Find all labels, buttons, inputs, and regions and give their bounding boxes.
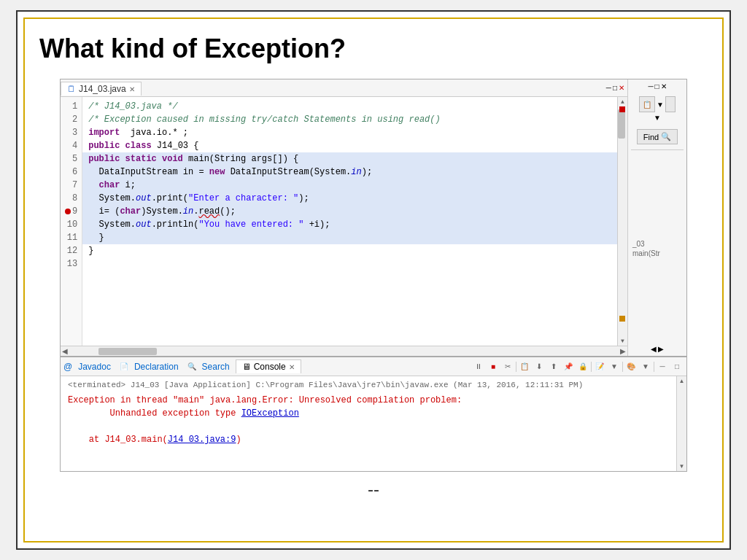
code-line: i= (char)System.in.read();: [82, 205, 617, 218]
editor-main: 🗒 J14_03.java ✕ ─ □ ✕ 1: [61, 79, 628, 356]
code-line: }: [82, 231, 617, 244]
code-line: char i;: [82, 179, 617, 192]
console-toolbar-sep4: [654, 362, 654, 372]
right-close-icon[interactable]: ✕: [661, 82, 667, 90]
code-line: DataInputStream in = new DataInputStream…: [82, 166, 617, 179]
toolbar-row-1: 📋 ▼: [639, 96, 676, 112]
declaration-tab-link[interactable]: Declaration: [134, 362, 179, 372]
stacktrace-link[interactable]: J14 03.java:9: [168, 435, 236, 445]
slide-container: What kind of Exception? 🗒 J14_03.java ✕ …: [16, 10, 731, 550]
editor-horizontal-scrollbar[interactable]: ◀ ▶: [61, 346, 627, 356]
console-btn-9[interactable]: 📝: [593, 360, 606, 373]
ioexception-link[interactable]: IOException: [241, 408, 299, 419]
console-toolbar-sep: [516, 362, 516, 372]
console-btn-11[interactable]: 🎨: [624, 360, 638, 373]
toolbar-btn-1[interactable]: 📋: [639, 96, 655, 112]
right-maximize-icon[interactable]: □: [655, 82, 659, 90]
code-line: [82, 257, 617, 271]
javadoc-tab-link[interactable]: Javadoc: [78, 362, 111, 372]
line-numbers: 1 2 3 4 5 6 7 8 9 10 11 12 13: [61, 97, 82, 346]
console-scroll-down[interactable]: ▼: [678, 462, 686, 471]
outline-right-arrow[interactable]: ▶: [658, 345, 664, 353]
code-area: 1 2 3 4 5 6 7 8 9 10 11 12 13: [61, 97, 627, 346]
scroll-thumb[interactable]: [618, 109, 625, 139]
console-btn-1[interactable]: ⏸: [472, 360, 485, 373]
console-minimize-icon[interactable]: ─: [656, 360, 669, 373]
right-panel-window-controls: ─ □ ✕: [648, 82, 666, 90]
console-error-line3: [68, 420, 669, 433]
console-tab-active[interactable]: 🖥 Console ✕: [236, 359, 301, 373]
right-minimize-icon[interactable]: ─: [648, 82, 653, 90]
code-line: /* Exception caused in missing try/catch…: [82, 113, 617, 126]
tab-close-button[interactable]: ✕: [129, 85, 135, 93]
outline-scroll-controls: ◀ ▶: [651, 345, 664, 353]
console-row: <terminated> J14_03 [Java Application] C…: [61, 376, 686, 471]
console-btn-3[interactable]: ✂: [501, 360, 514, 373]
javadoc-tab[interactable]: @: [63, 362, 72, 372]
console-tab-label: Console: [254, 362, 286, 372]
code-content[interactable]: /* J14_03.java */ /* Exception caused in…: [82, 97, 617, 346]
console-scroll-up[interactable]: ▲: [678, 376, 686, 386]
outline-item-1: _03: [631, 239, 684, 249]
scroll-left-arrow[interactable]: ◀: [61, 347, 69, 355]
java-file-icon: 🗒: [67, 84, 76, 94]
console-btn-5[interactable]: ⬇: [533, 360, 546, 373]
code-line: public class J14_03 {: [82, 139, 617, 152]
console-btn-7[interactable]: 📌: [562, 360, 575, 373]
editor-vertical-scrollbar[interactable]: ▲ ▼: [617, 97, 627, 346]
code-line: public static void main(String args[]) {: [82, 152, 617, 166]
console-error-line4: at J14_03.main(J14 03.java:9): [68, 433, 669, 446]
scroll-thumb-h[interactable]: [98, 348, 157, 355]
error-text-1: Exception in thread "main" java.lang.Err…: [68, 395, 462, 405]
console-vertical-scrollbar[interactable]: ▲ ▼: [676, 376, 686, 471]
minimize-editor-icon[interactable]: ─: [606, 84, 611, 92]
console-toolbar: ⏸ ■ ✂ 📋 ⬇ ⬆ 📌 🔒 📝 ▼ 🎨 ▼ ─: [472, 360, 684, 373]
console-terminated: <terminated> J14_03 [Java Application] C…: [68, 381, 669, 389]
code-line: System.out.println("You have entered: " …: [82, 218, 617, 231]
find-icon: 🔍: [661, 132, 671, 141]
right-toolbar: 📋 ▼ ▼ Find 🔍: [631, 96, 684, 144]
console-btn-10[interactable]: ▼: [608, 360, 621, 373]
console-btn-8[interactable]: 🔒: [576, 360, 589, 373]
console-tab-bar: @ Javadoc 📄 Declaration 🔍 Search 🖥 Conso…: [61, 357, 686, 376]
console-toolbar-sep3: [622, 362, 623, 372]
console-error-line1: Exception in thread "main" java.lang.Err…: [68, 394, 669, 407]
maximize-editor-icon[interactable]: □: [613, 84, 617, 92]
console-btn-12[interactable]: ▼: [639, 360, 652, 373]
code-line: /* J14_03.java */: [82, 100, 617, 113]
outline-left-arrow[interactable]: ◀: [651, 345, 657, 353]
console-area: @ Javadoc 📄 Declaration 🔍 Search 🖥 Conso…: [61, 357, 686, 471]
close-editor-icon[interactable]: ✕: [619, 84, 624, 92]
error-marker: [619, 106, 625, 112]
search-tab-link[interactable]: Search: [202, 362, 230, 372]
scroll-right-arrow[interactable]: ▶: [619, 347, 627, 355]
console-content: <terminated> J14_03 [Java Application] C…: [61, 376, 676, 471]
code-line: import java.io.* ;: [82, 126, 617, 139]
find-button[interactable]: Find 🔍: [637, 129, 678, 144]
console-error-line2: Unhandled exception type IOException: [68, 407, 669, 420]
separator: [631, 149, 684, 150]
console-toolbar-sep2: [591, 362, 592, 372]
slide-title: What kind of Exception?: [39, 34, 715, 64]
scroll-down-arrow[interactable]: ▼: [619, 336, 626, 346]
editor-right-panel: ─ □ ✕ 📋 ▼ ▼ Find 🔍: [628, 79, 686, 356]
console-btn-stop[interactable]: ■: [487, 360, 500, 373]
code-line: }: [82, 244, 617, 257]
toolbar-separator: [665, 96, 676, 112]
dropdown-arrow-1[interactable]: ▼: [657, 101, 664, 109]
console-tab-close[interactable]: ✕: [289, 363, 295, 371]
editor-tab[interactable]: 🗒 J14_03.java ✕: [61, 82, 142, 96]
tab-bar: 🗒 J14_03.java ✕ ─ □ ✕: [61, 79, 627, 97]
find-label: Find: [643, 133, 659, 141]
console-btn-4[interactable]: 📋: [518, 360, 531, 373]
search-tab-icon: 🔍: [187, 362, 196, 370]
breakpoint-indicator: [65, 209, 71, 214]
editor-top: 🗒 J14_03.java ✕ ─ □ ✕ 1: [61, 79, 686, 357]
dropdown-arrow-2[interactable]: ▼: [654, 114, 661, 122]
ide-window: 🗒 J14_03.java ✕ ─ □ ✕ 1: [60, 79, 687, 472]
code-line: System.out.print("Enter a character: ");: [82, 192, 617, 205]
console-maximize-icon[interactable]: □: [670, 360, 684, 373]
console-tab-icon: 🖥: [242, 362, 251, 372]
console-btn-6[interactable]: ⬆: [547, 360, 560, 373]
scroll-up-arrow[interactable]: ▲: [619, 97, 626, 106]
